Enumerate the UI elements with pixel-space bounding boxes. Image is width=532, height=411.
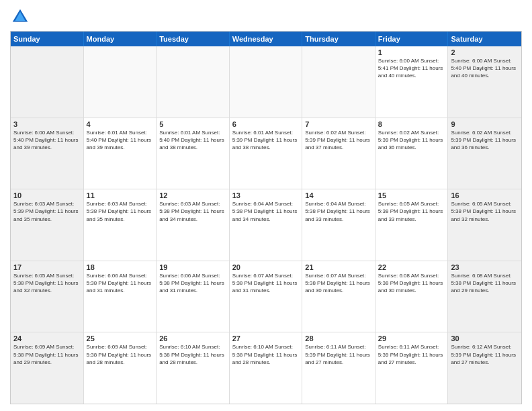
day-cell-4: 4Sunrise: 6:01 AM Sunset: 5:40 PM Daylig…: [84, 118, 157, 189]
day-info: Sunrise: 6:05 AM Sunset: 5:38 PM Dayligh…: [378, 200, 445, 223]
day-info: Sunrise: 6:01 AM Sunset: 5:40 PM Dayligh…: [159, 129, 226, 152]
day-number: 19: [159, 263, 226, 271]
calendar-week-3: 17Sunrise: 6:05 AM Sunset: 5:38 PM Dayli…: [11, 261, 521, 333]
day-cell-3: 3Sunrise: 6:00 AM Sunset: 5:40 PM Daylig…: [11, 118, 84, 189]
day-cell-8: 8Sunrise: 6:02 AM Sunset: 5:39 PM Daylig…: [375, 118, 449, 189]
day-cell-19: 19Sunrise: 6:06 AM Sunset: 5:38 PM Dayli…: [157, 261, 230, 332]
day-number: 22: [378, 263, 445, 271]
day-info: Sunrise: 6:11 AM Sunset: 5:39 PM Dayligh…: [305, 343, 372, 366]
day-number: 27: [232, 334, 300, 342]
logo-icon: [10, 7, 30, 27]
day-info: Sunrise: 6:02 AM Sunset: 5:39 PM Dayligh…: [378, 129, 445, 152]
day-number: 10: [13, 191, 81, 199]
day-info: Sunrise: 6:07 AM Sunset: 5:38 PM Dayligh…: [232, 272, 300, 295]
calendar-header: SundayMondayTuesdayWednesdayThursdayFrid…: [11, 32, 521, 46]
day-info: Sunrise: 6:06 AM Sunset: 5:38 PM Dayligh…: [159, 272, 226, 295]
day-info: Sunrise: 6:09 AM Sunset: 5:38 PM Dayligh…: [13, 343, 81, 366]
day-cell-12: 12Sunrise: 6:03 AM Sunset: 5:38 PM Dayli…: [157, 189, 230, 261]
day-cell-23: 23Sunrise: 6:08 AM Sunset: 5:38 PM Dayli…: [448, 261, 521, 332]
day-info: Sunrise: 6:09 AM Sunset: 5:38 PM Dayligh…: [87, 343, 154, 366]
day-number: 1: [378, 48, 445, 56]
day-number: 2: [451, 48, 519, 56]
day-cell-18: 18Sunrise: 6:06 AM Sunset: 5:38 PM Dayli…: [84, 261, 157, 332]
day-cell-6: 6Sunrise: 6:01 AM Sunset: 5:39 PM Daylig…: [230, 118, 303, 189]
day-number: 3: [13, 120, 81, 128]
day-cell-14: 14Sunrise: 6:04 AM Sunset: 5:38 PM Dayli…: [302, 189, 375, 261]
day-info: Sunrise: 6:02 AM Sunset: 5:39 PM Dayligh…: [451, 129, 519, 152]
day-number: 11: [87, 191, 154, 199]
day-cell-21: 21Sunrise: 6:07 AM Sunset: 5:38 PM Dayli…: [302, 261, 375, 332]
day-info: Sunrise: 6:08 AM Sunset: 5:38 PM Dayligh…: [378, 272, 445, 295]
day-number: 15: [378, 191, 445, 199]
day-number: 21: [305, 263, 372, 271]
day-info: Sunrise: 6:03 AM Sunset: 5:38 PM Dayligh…: [159, 200, 226, 223]
day-number: 23: [451, 263, 519, 271]
day-cell-empty: [230, 46, 303, 118]
day-number: 17: [13, 263, 81, 271]
day-info: Sunrise: 6:07 AM Sunset: 5:38 PM Dayligh…: [305, 272, 372, 295]
day-number: 16: [451, 191, 519, 199]
day-info: Sunrise: 6:10 AM Sunset: 5:38 PM Dayligh…: [232, 343, 300, 366]
calendar-week-2: 10Sunrise: 6:03 AM Sunset: 5:39 PM Dayli…: [11, 189, 521, 261]
header-day-sunday: Sunday: [11, 32, 84, 46]
day-number: 8: [378, 120, 445, 128]
day-number: 4: [87, 120, 154, 128]
day-info: Sunrise: 6:01 AM Sunset: 5:39 PM Dayligh…: [232, 129, 300, 152]
day-number: 13: [232, 191, 300, 199]
day-cell-20: 20Sunrise: 6:07 AM Sunset: 5:38 PM Dayli…: [230, 261, 303, 332]
day-info: Sunrise: 6:01 AM Sunset: 5:40 PM Dayligh…: [87, 129, 154, 152]
day-cell-7: 7Sunrise: 6:02 AM Sunset: 5:39 PM Daylig…: [302, 118, 375, 189]
day-cell-25: 25Sunrise: 6:09 AM Sunset: 5:38 PM Dayli…: [84, 332, 157, 404]
day-info: Sunrise: 6:05 AM Sunset: 5:38 PM Dayligh…: [451, 200, 519, 223]
day-cell-11: 11Sunrise: 6:03 AM Sunset: 5:38 PM Dayli…: [84, 189, 157, 261]
header-day-thursday: Thursday: [302, 32, 375, 46]
day-info: Sunrise: 6:04 AM Sunset: 5:38 PM Dayligh…: [305, 200, 372, 223]
day-cell-16: 16Sunrise: 6:05 AM Sunset: 5:38 PM Dayli…: [448, 189, 521, 261]
day-number: 14: [305, 191, 372, 199]
day-number: 5: [159, 120, 226, 128]
day-cell-empty: [157, 46, 230, 118]
day-cell-1: 1Sunrise: 6:00 AM Sunset: 5:41 PM Daylig…: [375, 46, 449, 118]
day-cell-15: 15Sunrise: 6:05 AM Sunset: 5:38 PM Dayli…: [375, 189, 449, 261]
day-cell-27: 27Sunrise: 6:10 AM Sunset: 5:38 PM Dayli…: [230, 332, 303, 404]
day-cell-10: 10Sunrise: 6:03 AM Sunset: 5:39 PM Dayli…: [11, 189, 84, 261]
day-cell-28: 28Sunrise: 6:11 AM Sunset: 5:39 PM Dayli…: [302, 332, 375, 404]
day-number: 30: [451, 334, 519, 342]
day-number: 25: [87, 334, 154, 342]
day-cell-5: 5Sunrise: 6:01 AM Sunset: 5:40 PM Daylig…: [157, 118, 230, 189]
header-day-tuesday: Tuesday: [157, 32, 230, 46]
day-cell-30: 30Sunrise: 6:12 AM Sunset: 5:39 PM Dayli…: [448, 332, 521, 404]
header-day-friday: Friday: [375, 32, 449, 46]
header-day-monday: Monday: [84, 32, 157, 46]
header: [10, 7, 522, 27]
day-cell-17: 17Sunrise: 6:05 AM Sunset: 5:38 PM Dayli…: [11, 261, 84, 332]
day-number: 6: [232, 120, 300, 128]
day-number: 18: [87, 263, 154, 271]
header-day-saturday: Saturday: [448, 32, 521, 46]
day-info: Sunrise: 6:03 AM Sunset: 5:39 PM Dayligh…: [13, 200, 81, 223]
day-number: 28: [305, 334, 372, 342]
day-number: 9: [451, 120, 519, 128]
calendar-body: 1Sunrise: 6:00 AM Sunset: 5:41 PM Daylig…: [11, 46, 521, 404]
day-info: Sunrise: 6:00 AM Sunset: 5:40 PM Dayligh…: [13, 129, 81, 152]
day-number: 26: [159, 334, 226, 342]
day-info: Sunrise: 6:00 AM Sunset: 5:41 PM Dayligh…: [378, 57, 445, 80]
day-info: Sunrise: 6:02 AM Sunset: 5:39 PM Dayligh…: [305, 129, 372, 152]
calendar-week-0: 1Sunrise: 6:00 AM Sunset: 5:41 PM Daylig…: [11, 46, 521, 118]
day-info: Sunrise: 6:04 AM Sunset: 5:38 PM Dayligh…: [232, 200, 300, 223]
day-cell-26: 26Sunrise: 6:10 AM Sunset: 5:38 PM Dayli…: [157, 332, 230, 404]
day-cell-24: 24Sunrise: 6:09 AM Sunset: 5:38 PM Dayli…: [11, 332, 84, 404]
day-info: Sunrise: 6:11 AM Sunset: 5:39 PM Dayligh…: [378, 343, 445, 366]
day-cell-empty: [84, 46, 157, 118]
day-info: Sunrise: 6:05 AM Sunset: 5:38 PM Dayligh…: [13, 272, 81, 295]
day-number: 29: [378, 334, 445, 342]
day-cell-22: 22Sunrise: 6:08 AM Sunset: 5:38 PM Dayli…: [375, 261, 449, 332]
calendar-week-4: 24Sunrise: 6:09 AM Sunset: 5:38 PM Dayli…: [11, 332, 521, 404]
day-number: 24: [13, 334, 81, 342]
calendar: SundayMondayTuesdayWednesdayThursdayFrid…: [10, 31, 522, 404]
day-cell-2: 2Sunrise: 6:00 AM Sunset: 5:40 PM Daylig…: [448, 46, 521, 118]
day-number: 20: [232, 263, 300, 271]
day-info: Sunrise: 6:10 AM Sunset: 5:38 PM Dayligh…: [159, 343, 226, 366]
day-info: Sunrise: 6:08 AM Sunset: 5:38 PM Dayligh…: [451, 272, 519, 295]
day-info: Sunrise: 6:00 AM Sunset: 5:40 PM Dayligh…: [451, 57, 519, 80]
